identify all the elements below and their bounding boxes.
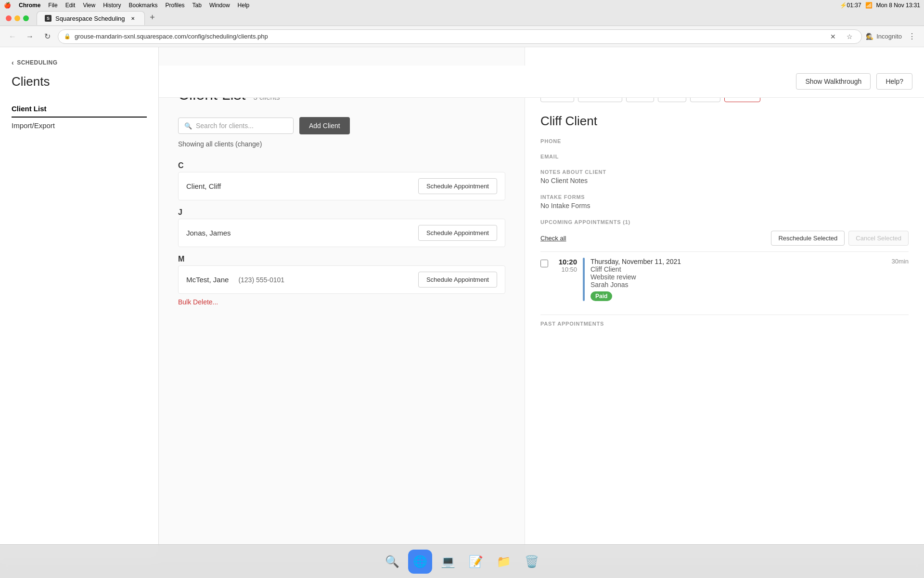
search-box[interactable]: 🔍 Search for clients...: [178, 118, 294, 134]
upcoming-appointments-section: UPCOMING APPOINTMENTS (1) Check all Resc…: [540, 219, 909, 327]
appointment-checkbox[interactable]: [540, 260, 548, 267]
appointment-details: Thursday, November 11, 2021 30min Cliff …: [590, 258, 909, 301]
clear-icon[interactable]: ✕: [827, 30, 839, 43]
traffic-lights[interactable]: [6, 15, 29, 21]
dock: 🔍 🌐 💻 📝 📁 🗑️: [0, 544, 924, 578]
client-row-jane: McTest, Jane (123) 555-0101 Schedule App…: [178, 265, 505, 294]
sidebar-nav: Client List Import/Export: [0, 101, 158, 133]
menu-bookmarks[interactable]: Bookmarks: [129, 2, 158, 9]
client-name-jane: McTest, Jane: [186, 276, 229, 284]
client-group-j: J Jonas, James Schedule Appointment: [178, 204, 505, 247]
clock: Mon 8 Nov 13:31: [876, 2, 920, 9]
incognito-button[interactable]: 🕵 Incognito: [866, 33, 902, 40]
back-arrow-icon: ‹: [12, 59, 14, 66]
menu-view[interactable]: View: [83, 2, 95, 9]
search-row: 🔍 Search for clients... Add Client: [178, 117, 505, 134]
reload-button[interactable]: ↻: [40, 30, 54, 43]
address-bar: ← → ↻ 🔒 grouse-mandarin-sxnl.squarespace…: [0, 26, 924, 47]
bulk-delete-link[interactable]: Bulk Delete...: [178, 298, 218, 306]
close-window-button[interactable]: [6, 15, 12, 21]
incognito-icon: 🕵: [866, 33, 873, 40]
notes-value: No Client Notes: [540, 177, 909, 184]
add-client-button[interactable]: Add Client: [299, 117, 350, 134]
search-icon: 🔍: [184, 122, 192, 130]
email-label: EMAIL: [540, 154, 909, 159]
forward-button[interactable]: →: [23, 30, 37, 43]
back-button[interactable]: ←: [6, 30, 19, 43]
mac-menu-bar[interactable]: 🍎 Chrome File Edit View History Bookmark…: [4, 2, 249, 9]
menu-history[interactable]: History: [103, 2, 121, 9]
dock-icon-chrome[interactable]: 🌐: [408, 550, 432, 574]
app-container: ‹ SCHEDULING Clients Client List Import/…: [0, 47, 924, 560]
sidebar-item-client-list[interactable]: Client List: [12, 101, 147, 118]
dock-icon-finder[interactable]: 🔍: [380, 550, 404, 574]
sidebar: ‹ SCHEDULING Clients Client List Import/…: [0, 47, 159, 560]
menu-help[interactable]: Help: [238, 2, 250, 9]
url-bar[interactable]: 🔒 grouse-mandarin-sxnl.squarespace.com/c…: [58, 29, 862, 44]
mac-status-icons: ⚡01:37 📶 Mon 8 Nov 13:31: [840, 2, 920, 9]
tab-bar: S Squarespace Scheduling ✕ +: [33, 11, 918, 26]
appointment-card-top: Thursday, November 11, 2021 30min: [590, 258, 909, 265]
appointment-start-time: 10:20: [559, 258, 577, 266]
client-phone-jane: (123) 555-0101: [238, 276, 284, 284]
appointment-accent-bar: [583, 258, 585, 301]
close-tab-button[interactable]: ✕: [129, 14, 137, 22]
group-letter-c: C: [178, 158, 505, 172]
menu-profiles[interactable]: Profiles: [166, 2, 185, 9]
lock-icon: 🔒: [64, 33, 71, 39]
showing-all-text: Showing all clients (change): [178, 140, 505, 148]
appointment-service: Website review: [590, 273, 909, 281]
app-name[interactable]: Chrome: [19, 2, 40, 9]
dock-icon-notes[interactable]: 📝: [464, 550, 488, 574]
client-detail-panel: Close Schedule Edit Ban Print Delete Cli…: [525, 47, 924, 560]
client-name-james: Jonas, James: [186, 229, 231, 237]
client-row-cliff: Client, Cliff Schedule Appointment: [178, 172, 505, 200]
menu-window[interactable]: Window: [209, 2, 230, 9]
appointment-duration: 30min: [889, 258, 909, 265]
more-options-button[interactable]: ⋮: [906, 30, 918, 43]
appointment-card: 10:20 10:50 Thursday, November 11, 2021 …: [540, 251, 909, 307]
appointment-date: Thursday, November 11, 2021: [590, 258, 681, 265]
active-tab[interactable]: S Squarespace Scheduling ✕: [37, 11, 145, 25]
menu-file[interactable]: File: [48, 2, 57, 9]
dock-icon-files[interactable]: 📁: [492, 550, 516, 574]
check-all-link[interactable]: Check all: [540, 235, 566, 242]
paid-badge: Paid: [590, 291, 612, 301]
new-tab-button[interactable]: +: [147, 12, 158, 24]
menu-edit[interactable]: Edit: [65, 2, 76, 9]
reschedule-selected-button[interactable]: Reschedule Selected: [771, 231, 845, 246]
menu-tab[interactable]: Tab: [192, 2, 202, 9]
group-letter-m: M: [178, 251, 505, 265]
phone-section: PHONE: [540, 138, 909, 144]
client-group-m: M McTest, Jane (123) 555-0101 Schedule A…: [178, 251, 505, 294]
client-row-james: Jonas, James Schedule Appointment: [178, 219, 505, 247]
showing-text: Showing all clients: [178, 140, 233, 148]
schedule-appointment-button-james[interactable]: Schedule Appointment: [418, 225, 497, 241]
minimize-window-button[interactable]: [14, 15, 20, 21]
url-text: grouse-mandarin-sxnl.squarespace.com/con…: [75, 33, 823, 40]
dock-icon-terminal[interactable]: 💻: [436, 550, 460, 574]
client-list-panel: Client List 3 clients 🔍 Search for clien…: [159, 47, 525, 560]
past-appointments-header: PAST APPOINTMENTS: [540, 315, 909, 327]
cancel-selected-button[interactable]: Cancel Selected: [848, 231, 909, 246]
url-actions: ✕ ☆: [827, 30, 856, 43]
maximize-window-button[interactable]: [23, 15, 29, 21]
back-label: SCHEDULING: [17, 59, 57, 66]
show-walkthrough-button[interactable]: Show Walkthrough: [796, 73, 871, 90]
appointment-end-time: 10:50: [561, 266, 577, 273]
apple-menu[interactable]: 🍎: [4, 2, 11, 9]
wifi-icon: 📶: [865, 2, 873, 9]
appointment-client: Cliff Client: [590, 265, 909, 273]
bookmark-icon[interactable]: ☆: [843, 30, 856, 43]
client-full-name: Cliff Client: [540, 114, 909, 129]
dock-icon-trash[interactable]: 🗑️: [520, 550, 544, 574]
help-button[interactable]: Help?: [876, 73, 912, 90]
change-link[interactable]: (change): [235, 140, 262, 148]
mac-system-bar: 🍎 Chrome File Edit View History Bookmark…: [0, 0, 924, 11]
intake-section: INTAKE FORMS No Intake Forms: [540, 194, 909, 210]
group-letter-j: J: [178, 204, 505, 219]
sidebar-back-link[interactable]: ‹ SCHEDULING: [0, 59, 158, 74]
schedule-appointment-button-cliff[interactable]: Schedule Appointment: [418, 178, 497, 194]
schedule-appointment-button-jane[interactable]: Schedule Appointment: [418, 272, 497, 288]
sidebar-item-import-export[interactable]: Import/Export: [12, 118, 147, 133]
